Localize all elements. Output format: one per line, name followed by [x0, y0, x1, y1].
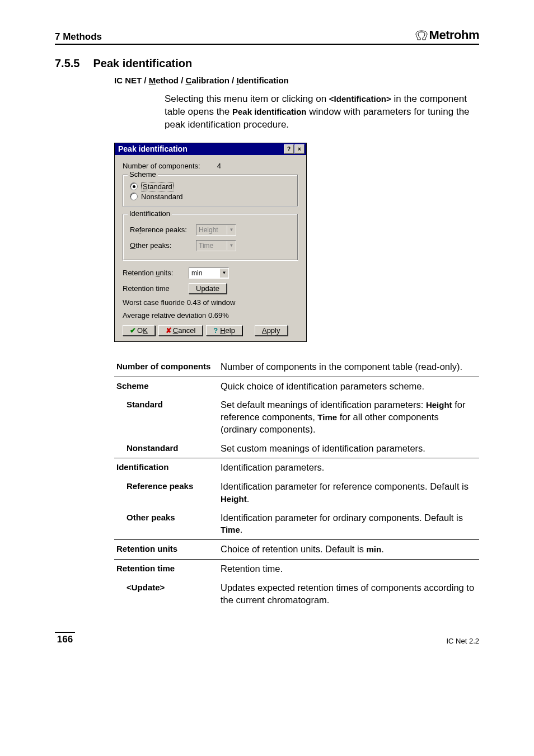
table-row: Number of components Number of component…	[114, 358, 479, 377]
omega-icon	[415, 30, 428, 41]
parameter-table: Number of components Number of component…	[114, 358, 479, 609]
num-components-label: Number of components:	[123, 162, 200, 170]
status-worst-case: Worst case fluoride 0.43 of window	[123, 298, 298, 307]
chevron-down-icon: ▼	[227, 226, 236, 234]
chevron-down-icon[interactable]: ▼	[219, 269, 228, 278]
radio-icon	[130, 192, 138, 200]
ok-button[interactable]: ✔OK	[123, 325, 155, 336]
radio-nonstandard[interactable]: Nonstandard	[130, 192, 291, 201]
retention-time-label: Retention time	[123, 284, 189, 293]
reference-peaks-label: Reference peaks:	[130, 226, 196, 234]
dialog-title: Peak identification	[118, 144, 188, 153]
section-number: 7.5.5	[55, 57, 79, 70]
help-button[interactable]: ?Help	[206, 325, 242, 336]
identification-fieldset: Identification Reference peaks: Height ▼…	[123, 214, 298, 261]
table-row: Nonstandard Set custom meanings of ident…	[114, 439, 479, 458]
cancel-button[interactable]: ✘Cancel	[158, 325, 203, 336]
help-button-icon[interactable]: ?	[284, 144, 294, 154]
table-row: Retention units Choice of retention unit…	[114, 540, 479, 559]
peak-identification-dialog: Peak identification ? × Number of compon…	[114, 143, 307, 342]
table-row: Other peaks Identification parameter for…	[114, 509, 479, 540]
num-components-value: 4	[217, 162, 221, 170]
section-heading: 7.5.5 Peak identification	[55, 57, 479, 70]
page-header: 7 Methods Metrohm	[55, 28, 479, 45]
breadcrumb: IC NET / Method / Calibration / Identifi…	[114, 76, 479, 85]
footer-product: IC Net 2.2	[446, 637, 479, 645]
page-footer: 166 IC Net 2.2	[55, 632, 479, 645]
brand-logo: Metrohm	[415, 28, 479, 43]
table-row: Reference peaks Identification parameter…	[114, 477, 479, 509]
radio-standard[interactable]: Standard	[130, 182, 291, 191]
table-row: Identification Identification parameters…	[114, 458, 479, 477]
section-title: Peak identification	[93, 57, 192, 70]
header-chapter: 7 Methods	[55, 31, 102, 43]
intro-paragraph: Selecting this menu item or clicking on …	[165, 93, 479, 132]
other-peaks-combo: Time ▼	[196, 240, 236, 251]
table-row: Scheme Quick choice of identification pa…	[114, 377, 479, 396]
radio-icon	[130, 182, 138, 190]
retention-units-combo[interactable]: min ▼	[189, 267, 229, 279]
status-avg-deviation: Average relative deviation 0.69%	[123, 311, 298, 320]
close-icon[interactable]: ×	[294, 144, 305, 154]
scheme-legend: Scheme	[128, 170, 158, 179]
update-button[interactable]: Update	[189, 283, 227, 294]
table-row: Retention time Retention time.	[114, 560, 479, 579]
other-peaks-label: Other peaks:	[130, 241, 196, 250]
brand-name: Metrohm	[429, 28, 479, 43]
table-row: <Update> Updates expected retention time…	[114, 579, 479, 610]
table-row: Standard Set default meanings of identif…	[114, 396, 479, 439]
identification-legend: Identification	[128, 209, 172, 218]
apply-button[interactable]: Apply	[255, 325, 288, 336]
page-number: 166	[55, 632, 75, 645]
reference-peaks-combo: Height ▼	[196, 224, 236, 236]
dialog-titlebar: Peak identification ? ×	[115, 143, 306, 155]
chevron-down-icon: ▼	[227, 241, 236, 250]
retention-units-label: Retention units:	[123, 269, 189, 277]
scheme-fieldset: Scheme Standard Nonstandard	[123, 175, 298, 207]
